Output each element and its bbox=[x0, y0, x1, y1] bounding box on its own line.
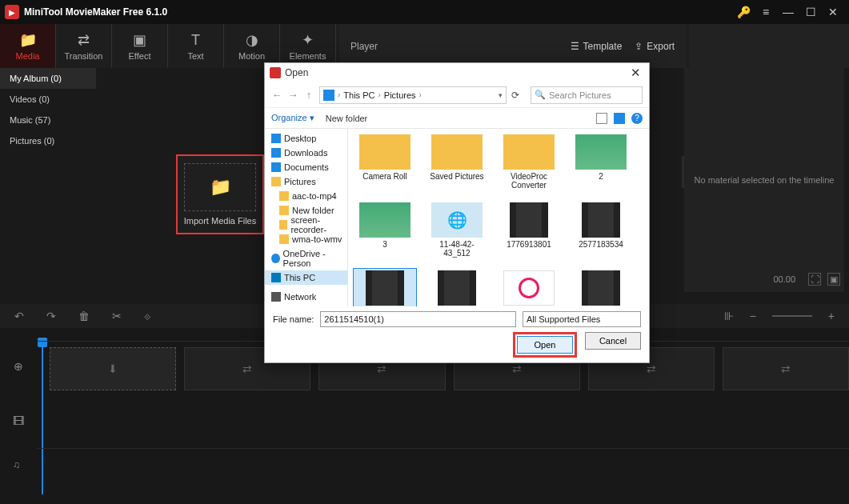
file-item[interactable]: VideoProc Converter bbox=[497, 132, 561, 192]
app-logo-icon: ▶ bbox=[5, 5, 19, 19]
tree-item[interactable]: Pictures bbox=[265, 174, 347, 189]
fullscreen-icon[interactable]: ⛶ bbox=[808, 273, 821, 286]
effect-icon: ▣ bbox=[133, 31, 146, 49]
dialog-nav: ← → ↑ › This PC › Pictures › ▾ ⟳ 🔍 Searc… bbox=[265, 82, 649, 108]
tree-item[interactable]: OneDrive - Person bbox=[265, 251, 347, 266]
file-item[interactable]: 2577183534 bbox=[569, 200, 633, 260]
zoom-out-icon[interactable]: − bbox=[750, 310, 756, 322]
swap-icon: ⇄ bbox=[242, 362, 252, 375]
tree-item[interactable]: wma-to-wmv bbox=[265, 232, 347, 246]
redo-button[interactable]: ↷ bbox=[46, 310, 56, 322]
file-item[interactable]: leva-eternity-149473 (1) bbox=[497, 268, 561, 306]
crop-button[interactable]: ⟐ bbox=[144, 310, 150, 322]
tree-item[interactable]: Documents bbox=[265, 160, 347, 174]
filename-input[interactable]: 2611514510(1) bbox=[320, 311, 516, 327]
sidebar-item-myalbum[interactable]: My Album (0) bbox=[0, 68, 96, 89]
snapshot-icon[interactable]: ▣ bbox=[827, 273, 840, 286]
folder-open-icon: 📁 bbox=[210, 177, 231, 198]
new-folder-button[interactable]: New folder bbox=[326, 114, 368, 123]
zoom-preset-icon[interactable]: ⊪ bbox=[724, 310, 734, 322]
right-panel-header bbox=[689, 24, 849, 68]
location-bar[interactable]: › This PC › Pictures › ▾ bbox=[319, 86, 507, 104]
file-item-selected[interactable]: 2611514510(1) bbox=[353, 268, 417, 306]
chevron-down-icon[interactable]: ▾ bbox=[499, 91, 503, 99]
clip-slot[interactable]: ⇄ bbox=[723, 347, 849, 390]
file-item[interactable]: Saved Pictures bbox=[425, 132, 489, 192]
file-type-filter[interactable]: All Supported Files bbox=[523, 311, 641, 327]
file-item[interactable]: 1776913801 bbox=[497, 200, 561, 260]
video-track-icon: 🎞 bbox=[0, 394, 37, 448]
tree-item[interactable]: Desktop bbox=[265, 131, 347, 146]
main-toolbar: 📁Media ⇄Transition ▣Effect TText ◑Motion… bbox=[0, 24, 849, 68]
tree-item[interactable]: screen-recorder- bbox=[265, 218, 347, 232]
audio-track[interactable]: ♫ bbox=[37, 448, 849, 480]
forward-button[interactable]: → bbox=[287, 89, 298, 101]
dialog-footer: File name: 2611514510(1) All Supported F… bbox=[265, 306, 649, 362]
pc-icon bbox=[323, 90, 334, 101]
tab-media[interactable]: 📁Media bbox=[0, 24, 56, 68]
export-button[interactable]: ⇪Export bbox=[635, 41, 675, 52]
search-icon: 🔍 bbox=[535, 90, 546, 100]
motion-icon: ◑ bbox=[246, 31, 258, 49]
undo-button[interactable]: ↶ bbox=[14, 310, 24, 322]
swap-icon: ⇄ bbox=[377, 362, 386, 375]
file-item[interactable]: 2611514510 bbox=[425, 268, 489, 306]
timecode-display: 00.00 bbox=[773, 274, 795, 284]
cancel-button[interactable]: Cancel bbox=[585, 332, 641, 350]
template-button[interactable]: ☰Template bbox=[571, 41, 623, 52]
close-button[interactable]: ✕ bbox=[822, 3, 844, 21]
file-item[interactable]: 2 bbox=[569, 132, 633, 192]
dialog-title: Open bbox=[285, 67, 627, 78]
add-track-button[interactable]: ⊕ bbox=[0, 339, 37, 394]
titlebar: ▶ MiniTool MovieMaker Free 6.1.0 🔑 ≡ — ☐… bbox=[0, 0, 849, 24]
zoom-in-icon[interactable]: + bbox=[828, 310, 835, 322]
help-icon[interactable]: ? bbox=[631, 113, 643, 124]
tab-motion[interactable]: ◑Motion bbox=[224, 24, 280, 68]
key-icon[interactable]: 🔑 bbox=[732, 3, 755, 21]
tree-item[interactable]: Downloads bbox=[265, 146, 347, 160]
delete-button[interactable]: 🗑 bbox=[78, 310, 90, 322]
transition-icon: ⇄ bbox=[78, 31, 90, 49]
dialog-close-button[interactable]: ✕ bbox=[627, 66, 644, 80]
tree-item[interactable]: aac-to-mp4 bbox=[265, 189, 347, 203]
tree-item-thispc[interactable]: This PC bbox=[265, 270, 347, 285]
minimize-button[interactable]: — bbox=[777, 3, 799, 21]
file-item[interactable]: 3 bbox=[353, 200, 417, 260]
import-media-button[interactable]: 📁 Import Media Files bbox=[176, 154, 264, 234]
open-file-dialog: Open ✕ ← → ↑ › This PC › Pictures › ▾ ⟳ … bbox=[264, 62, 650, 363]
sparkle-icon: ✦ bbox=[302, 31, 314, 49]
download-icon: ⬇ bbox=[108, 362, 118, 375]
zoom-slider[interactable] bbox=[772, 315, 812, 317]
file-item[interactable]: Lion - 158980 bbox=[569, 268, 633, 306]
player-bar: Player ☰Template ⇪Export bbox=[339, 24, 686, 68]
clip-slot[interactable]: ⬇ bbox=[50, 347, 176, 390]
sidebar-item-videos[interactable]: Videos (0) bbox=[0, 89, 96, 110]
organize-menu[interactable]: Organize ▾ bbox=[271, 113, 314, 123]
tab-elements[interactable]: ✦Elements bbox=[280, 24, 336, 68]
back-button[interactable]: ← bbox=[271, 89, 282, 101]
open-button-highlight: Open bbox=[513, 332, 577, 358]
tab-text[interactable]: TText bbox=[168, 24, 224, 68]
menu-icon[interactable]: ≡ bbox=[755, 3, 777, 21]
swap-icon: ⇄ bbox=[647, 362, 656, 375]
tab-effect[interactable]: ▣Effect bbox=[112, 24, 168, 68]
view-icon[interactable] bbox=[614, 113, 625, 124]
open-button[interactable]: Open bbox=[517, 336, 573, 354]
sidebar-item-pictures[interactable]: Pictures (0) bbox=[0, 130, 96, 151]
export-icon: ⇪ bbox=[635, 41, 643, 52]
view-icon[interactable] bbox=[596, 113, 607, 124]
refresh-button[interactable]: ⟳ bbox=[511, 90, 526, 101]
dialog-tree: Desktop Downloads Documents Pictures aac… bbox=[265, 129, 348, 306]
filename-label: File name: bbox=[273, 314, 314, 324]
up-button[interactable]: ↑ bbox=[303, 89, 314, 101]
file-item[interactable]: Camera Roll bbox=[353, 132, 417, 192]
file-item[interactable]: 🌐11-48-42-43_512 bbox=[425, 200, 489, 260]
sidebar-item-music[interactable]: Music (57) bbox=[0, 110, 96, 130]
tab-transition[interactable]: ⇄Transition bbox=[56, 24, 112, 68]
maximize-button[interactable]: ☐ bbox=[799, 3, 822, 21]
inspector-empty-message: No material selected on the timeline bbox=[684, 68, 844, 292]
search-input[interactable]: 🔍 Search Pictures bbox=[531, 86, 643, 104]
cut-button[interactable]: ✂ bbox=[112, 310, 122, 322]
tree-item[interactable]: Network bbox=[265, 290, 347, 304]
dialog-toolbar: Organize ▾ New folder ? bbox=[265, 108, 649, 129]
